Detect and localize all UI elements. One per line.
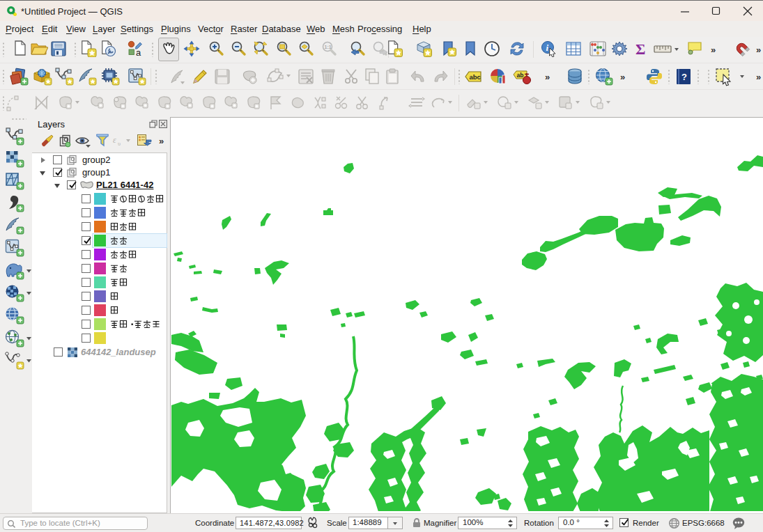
svg-text:ε: ε: [113, 135, 116, 145]
svg-text:1:1: 1:1: [325, 45, 332, 49]
svg-text:υ: υ: [118, 141, 121, 147]
svg-text:abc: abc: [470, 73, 481, 81]
svg-text:?: ?: [681, 72, 687, 82]
svg-text:i: i: [546, 42, 549, 53]
svg-text:ab: ab: [517, 72, 524, 79]
svg-text:Σ: Σ: [635, 40, 645, 58]
